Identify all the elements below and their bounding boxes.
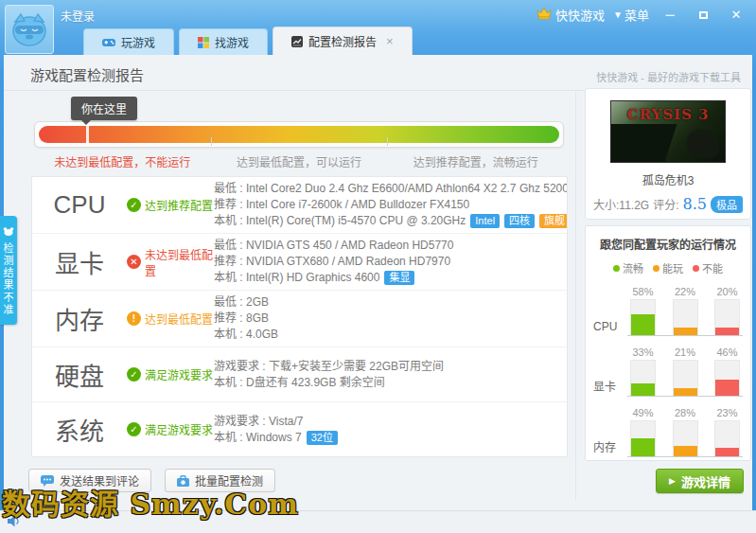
spec-line-value: Intel(R) HD Graphics 4600	[246, 271, 379, 284]
meter-tick	[387, 137, 388, 146]
spec-line: 推荐 : NVIDIA GTX680 / AMD Radeon HD7970	[214, 254, 561, 270]
tab-close-icon[interactable]: ×	[386, 34, 394, 48]
chart-groups: CPU58%22%20%显卡33%21%46%内存49%28%23%	[593, 286, 743, 457]
app-brand: 快快游戏	[536, 6, 605, 24]
chart-bar: 33%	[630, 346, 656, 396]
chart-group-CPU: CPU58%22%20%	[593, 286, 743, 336]
login-status[interactable]: 未登录	[61, 8, 95, 24]
chart-category-label: 显卡	[593, 378, 627, 397]
chart-bar: 49%	[630, 407, 656, 456]
spec-line-label: 本机	[214, 431, 237, 444]
avatar[interactable]	[5, 5, 54, 54]
chart-category-label: CPU	[593, 320, 627, 336]
bar-percent-label: 46%	[714, 346, 740, 358]
spec-line-value: Vista/7	[269, 415, 303, 428]
spec-details: 游戏要求 : Vista/7本机 : Windows 732位	[214, 414, 567, 446]
spec-name: 系统	[32, 412, 127, 447]
game-size: 大小:11.2G	[593, 196, 649, 212]
art-silhouette	[610, 124, 677, 163]
bar-percent-label: 23%	[714, 407, 740, 418]
spec-status-text: 满足游戏要求	[145, 421, 213, 437]
bar-fill	[715, 448, 739, 456]
spec-details: 最低 : 2GB推荐 : 8GB本机 : 4.0GB	[214, 294, 567, 343]
spec-status: ✓达到推荐配置	[127, 197, 214, 213]
game-details-button[interactable]: ▶ 游戏详情	[656, 469, 744, 493]
report-content: 游戏配置检测报告 快快游戏 - 最好的游戏下载工具 你在这里 未达到最低配置，不…	[4, 55, 752, 524]
spec-status: ✓满足游戏要求	[127, 366, 214, 382]
chart-title: 跟您同配置玩家的运行情况	[593, 236, 743, 252]
page-title: 游戏配置检测报告	[30, 64, 144, 84]
bar-percent-label: 22%	[673, 286, 698, 297]
spec-status: !达到最低配置	[127, 311, 214, 327]
spec-line-value: Intel Core i7-2600k / AMD Bulldozer FX41…	[246, 198, 469, 211]
column-divider	[575, 91, 576, 501]
game-score: 8.5	[683, 195, 707, 213]
hardware-badge: 四核	[504, 214, 535, 228]
minimize-button[interactable]: ─	[658, 8, 682, 22]
legend-dot-icon	[613, 265, 620, 272]
spec-line-label: 游戏要求	[214, 360, 259, 373]
spec-status-text: 满足游戏要求	[145, 366, 213, 382]
art-silhouette	[687, 130, 719, 158]
check-circle-icon: ✓	[127, 198, 141, 212]
spec-line-label: 最低	[214, 182, 237, 195]
bar-track	[630, 360, 656, 396]
tab-find-games[interactable]: 找游戏	[179, 28, 268, 55]
spec-line: 推荐 : 8GB	[214, 311, 561, 327]
maximize-button[interactable]	[691, 8, 715, 22]
game-box-art[interactable]: CRYSIS 3	[610, 100, 726, 163]
hardware-badge: Intel	[470, 214, 500, 228]
chart-group-显卡: 显卡33%21%46%	[593, 346, 743, 397]
app-window: 未登录 快快游戏 ▼ 菜单 ─ ✕ 玩游戏找游戏配置检测报告× 游戏配置检测报告…	[0, 0, 756, 533]
meter-gradient-bar	[39, 126, 559, 143]
hardware-badge: 32位	[307, 431, 338, 445]
game-panel: CRYSIS 3 孤岛危机3 大小:11.2G 评分: 8.5 极品	[585, 88, 751, 220]
spec-row: 系统✓满足游戏要求游戏要求 : Vista/7本机 : Windows 732位	[32, 401, 567, 456]
spec-line-value: Intel Core2 Duo 2.4 Ghz E6600/AMD Athlon…	[246, 182, 567, 195]
spec-line-value: D盘还有 423.9GB 剩余空间	[246, 376, 385, 389]
spec-line-value: 8GB	[246, 311, 269, 325]
chart-group-内存: 内存49%28%23%	[593, 407, 743, 457]
bar-percent-label: 58%	[630, 286, 656, 297]
game-name: 孤岛危机3	[586, 171, 750, 187]
chart-legend: 流畅能玩不能	[593, 260, 743, 275]
close-button[interactable]: ✕	[724, 8, 748, 22]
bar-percent-label: 33%	[630, 346, 656, 358]
watermark: 数码资源 Smzy.Com	[2, 481, 299, 523]
bar-track	[673, 420, 698, 456]
tab-play-games[interactable]: 玩游戏	[83, 28, 174, 55]
legend-dot-icon	[653, 265, 659, 272]
bar-track	[714, 299, 740, 335]
meter-tick	[211, 137, 212, 146]
score-badge: 极品	[711, 196, 743, 213]
chart-bar: 46%	[714, 346, 740, 396]
spec-status: ✓满足游戏要求	[127, 421, 214, 437]
spec-line-label: 推荐	[214, 198, 237, 211]
feedback-side-tab[interactable]: 检测结果不准	[0, 216, 17, 325]
meter-zone-label: 未达到最低配置，不能运行	[34, 153, 211, 169]
chart-bar: 21%	[673, 346, 698, 396]
spec-line: 推荐 : Intel Core i7-2600k / AMD Bulldozer…	[214, 197, 561, 213]
tab-config-report[interactable]: 配置检测报告×	[273, 27, 413, 55]
hardware-badge: 旗舰	[539, 214, 567, 228]
spec-status-text: 达到最低配置	[145, 311, 213, 327]
side-tab-label: 检测结果不准	[0, 242, 15, 316]
spec-name: 显卡	[32, 244, 127, 279]
app-name: 快快游戏	[555, 6, 605, 24]
spec-status: ✕未达到最低配置	[127, 246, 214, 278]
spec-line: 本机 : Intel(R) HD Graphics 4600集显	[214, 270, 561, 286]
bar-percent-label: 49%	[630, 407, 656, 418]
bar-track	[714, 420, 740, 456]
you-are-here-tooltip: 你在这里	[71, 97, 137, 120]
spec-row: 显卡✕未达到最低配置最低 : NVIDIA GTS 450 / AMD Rade…	[32, 233, 567, 290]
spec-line: 游戏要求 : 下载+安装至少需要 22GB可用空间	[214, 359, 561, 375]
bar-fill	[631, 438, 655, 456]
bar-fill	[674, 328, 697, 335]
bar-percent-label: 28%	[673, 407, 698, 418]
bar-percent-label: 20%	[714, 286, 740, 297]
chart-bar: 28%	[673, 407, 698, 456]
spec-line-label: 本机	[214, 328, 237, 341]
menu-button[interactable]: ▼ 菜单	[613, 6, 649, 24]
spec-line: 最低 : Intel Core2 Duo 2.4 Ghz E6600/AMD A…	[214, 181, 561, 197]
spec-line: 本机 : D盘还有 423.9GB 剩余空间	[214, 375, 561, 391]
